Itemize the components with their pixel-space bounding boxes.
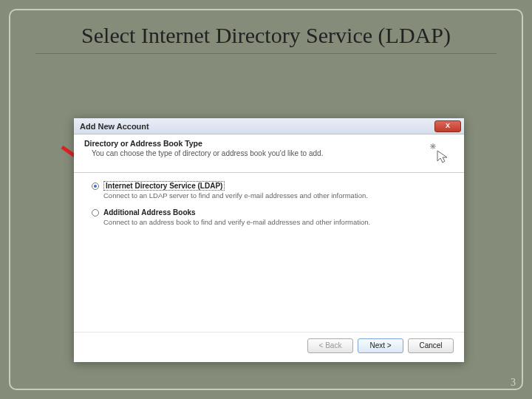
- dialog-titlebar[interactable]: Add New Account X: [74, 118, 464, 134]
- dialog-header-title: Directory or Address Book Type: [84, 139, 454, 148]
- radio-additional-books[interactable]: [92, 209, 99, 216]
- sparkle-cursor-icon: [427, 142, 449, 164]
- button-separator: [74, 332, 464, 332]
- close-button[interactable]: X: [434, 120, 461, 132]
- dialog-button-row: < Back Next > Cancel: [307, 338, 454, 353]
- add-account-dialog: Add New Account X Directory or Address B…: [74, 118, 464, 362]
- dialog-header-subtext: You can choose the type of directory or …: [92, 149, 454, 157]
- option-ldap-desc: Connect to an LDAP server to find and ve…: [103, 191, 399, 201]
- dialog-body: Internet Directory Service (LDAP) Connec…: [74, 173, 464, 228]
- next-button[interactable]: Next >: [358, 338, 403, 353]
- page-number: 3: [511, 377, 516, 389]
- option-ldap-label: Internet Directory Service (LDAP): [103, 181, 225, 191]
- option-additional-label: Additional Address Books: [103, 208, 196, 216]
- svg-marker-6: [437, 151, 447, 163]
- back-button[interactable]: < Back: [307, 338, 353, 353]
- dialog-header: Directory or Address Book Type You can c…: [74, 134, 464, 173]
- option-additional-books[interactable]: Additional Address Books Connect to an a…: [92, 208, 446, 228]
- option-ldap[interactable]: Internet Directory Service (LDAP) Connec…: [92, 182, 446, 201]
- close-icon: X: [446, 122, 450, 129]
- dialog-title-text: Add New Account: [80, 122, 149, 131]
- radio-ldap[interactable]: [92, 183, 99, 190]
- cancel-button[interactable]: Cancel: [408, 338, 454, 353]
- option-additional-desc: Connect to an address book to find and v…: [103, 218, 399, 228]
